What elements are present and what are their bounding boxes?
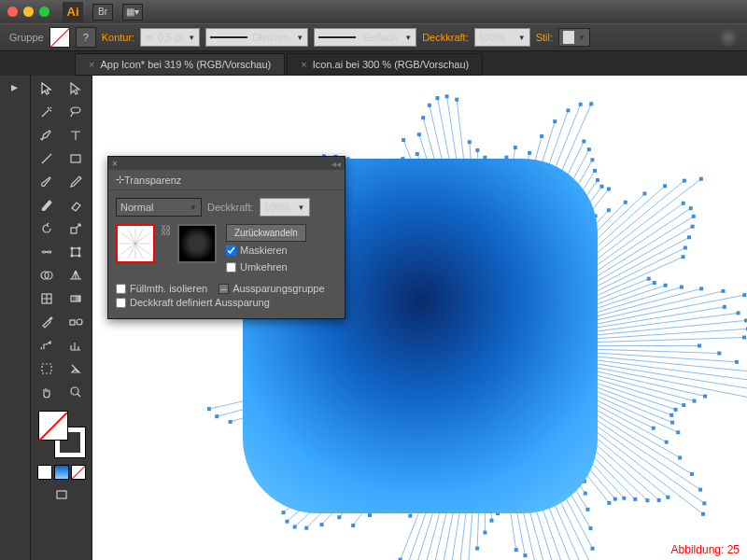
svg-rect-354 bbox=[647, 277, 651, 281]
opacity-dropdown[interactable]: 100%▼ bbox=[474, 28, 530, 47]
kontur-label: Kontur: bbox=[102, 32, 134, 43]
define-opacity-checkbox[interactable]: Deckkraft definiert Aussparung bbox=[116, 297, 337, 308]
svg-rect-322 bbox=[599, 185, 603, 189]
free-transform-tool[interactable] bbox=[62, 241, 90, 263]
svg-line-381 bbox=[135, 232, 150, 244]
pen-tool[interactable] bbox=[33, 124, 61, 147]
mask-thumbnail[interactable] bbox=[177, 224, 217, 263]
svg-rect-276 bbox=[428, 104, 431, 107]
opacity-label: Deckkraft: bbox=[422, 32, 469, 43]
svg-rect-350 bbox=[684, 245, 687, 249]
paintbrush-tool[interactable] bbox=[33, 171, 61, 193]
svg-rect-80 bbox=[588, 526, 592, 530]
hand-tool[interactable] bbox=[33, 381, 61, 403]
svg-rect-22 bbox=[735, 360, 739, 364]
shape-builder-tool[interactable] bbox=[33, 264, 61, 287]
stroke-profile-dropdown[interactable]: Einfach▼ bbox=[314, 28, 416, 47]
svg-rect-66 bbox=[633, 497, 637, 501]
stroke-weight-dropdown[interactable]: ≑0,5 pt▼ bbox=[140, 28, 200, 47]
svg-line-386 bbox=[128, 244, 135, 259]
svg-rect-70 bbox=[613, 497, 617, 501]
svg-rect-334 bbox=[663, 184, 667, 188]
width-tool[interactable] bbox=[33, 241, 61, 263]
svg-rect-20 bbox=[717, 352, 721, 356]
zoom-tool[interactable] bbox=[62, 381, 90, 403]
style-label: Stil: bbox=[536, 32, 553, 43]
slice-tool[interactable] bbox=[62, 357, 90, 380]
color-mode-gradient[interactable] bbox=[54, 465, 69, 480]
document-tab[interactable]: ×Icon.ai bei 300 % (RGB/Vorschau) bbox=[287, 53, 483, 76]
column-graph-tool[interactable] bbox=[62, 334, 90, 357]
artwork-thumbnail[interactable] bbox=[116, 224, 155, 263]
artboard-tool[interactable] bbox=[33, 357, 61, 380]
document-tab[interactable]: ×App Icon* bei 319 % (RGB/Vorschau) bbox=[75, 53, 285, 76]
blend-tool[interactable] bbox=[62, 311, 90, 333]
recolor-button[interactable] bbox=[719, 28, 738, 47]
close-window-button[interactable] bbox=[7, 7, 18, 17]
stroke-swatch[interactable]: ? bbox=[76, 27, 96, 48]
svg-rect-152 bbox=[293, 525, 297, 529]
svg-rect-296 bbox=[514, 146, 517, 149]
screen-mode-button[interactable] bbox=[48, 483, 76, 506]
svg-rect-328 bbox=[607, 208, 611, 212]
rectangle-tool[interactable] bbox=[62, 147, 90, 170]
svg-rect-302 bbox=[540, 134, 543, 138]
svg-rect-1 bbox=[71, 155, 80, 162]
stroke-cap-dropdown[interactable]: Gleichm.▼ bbox=[205, 28, 308, 47]
zoom-window-button[interactable] bbox=[39, 7, 49, 17]
scale-tool[interactable] bbox=[62, 217, 90, 240]
panel-toggle-icon[interactable]: ▸ bbox=[0, 76, 28, 98]
panel-header[interactable]: × ◂◂ bbox=[108, 157, 345, 170]
type-tool[interactable] bbox=[62, 124, 90, 147]
blob-brush-tool[interactable] bbox=[33, 194, 61, 217]
color-mode-none[interactable] bbox=[71, 465, 86, 480]
revert-mask-button[interactable]: Zurückwandeln bbox=[226, 224, 306, 242]
direct-selection-tool[interactable] bbox=[62, 77, 90, 100]
svg-rect-68 bbox=[622, 497, 626, 500]
selection-tool[interactable] bbox=[33, 77, 61, 100]
svg-rect-14 bbox=[42, 364, 51, 373]
style-dropdown[interactable]: ▼ bbox=[558, 28, 590, 47]
symbol-sprayer-tool[interactable] bbox=[33, 334, 61, 357]
svg-rect-12 bbox=[70, 320, 75, 325]
eraser-tool[interactable] bbox=[62, 194, 90, 217]
svg-rect-146 bbox=[337, 515, 341, 519]
lasso-tool[interactable] bbox=[62, 101, 90, 123]
magic-wand-tool[interactable] bbox=[33, 101, 61, 123]
svg-point-6 bbox=[71, 255, 73, 257]
panel-opacity-input[interactable]: 100%▼ bbox=[260, 198, 310, 217]
svg-rect-2 bbox=[71, 228, 77, 233]
svg-rect-184 bbox=[207, 407, 211, 411]
fill-swatch[interactable] bbox=[49, 27, 70, 48]
mask-checkbox[interactable]: Maskieren bbox=[226, 245, 306, 256]
panel-menu-icon[interactable]: ◂◂ bbox=[331, 159, 341, 169]
gradient-tool[interactable] bbox=[62, 287, 90, 310]
invert-checkbox[interactable]: Umkehren bbox=[226, 261, 306, 273]
knockout-checkbox[interactable]: –Aussparungsgruppe bbox=[218, 283, 324, 294]
close-tab-icon[interactable]: × bbox=[89, 59, 94, 70]
fill-stroke-control[interactable] bbox=[38, 411, 85, 457]
window-titlebar: Ai Br ▦▾ bbox=[0, 0, 747, 23]
isolate-checkbox[interactable]: Füllmth. isolieren bbox=[116, 283, 207, 294]
fill-box[interactable] bbox=[38, 411, 68, 441]
bridge-button[interactable]: Br bbox=[92, 4, 113, 21]
color-mode-solid[interactable] bbox=[37, 465, 52, 480]
svg-rect-46 bbox=[652, 427, 655, 430]
app-logo: Ai bbox=[63, 2, 83, 22]
svg-rect-130 bbox=[408, 514, 412, 518]
svg-rect-312 bbox=[582, 139, 585, 143]
link-mask-icon[interactable]: ⛓ bbox=[161, 224, 172, 237]
perspective-grid-tool[interactable] bbox=[62, 264, 90, 287]
close-tab-icon[interactable]: × bbox=[301, 59, 306, 70]
pencil-tool[interactable] bbox=[62, 171, 90, 193]
arrange-button[interactable]: ▦▾ bbox=[122, 4, 143, 21]
eyedropper-tool[interactable] bbox=[33, 311, 61, 333]
mesh-tool[interactable] bbox=[33, 287, 61, 310]
panel-close-icon[interactable]: × bbox=[112, 159, 118, 169]
line-tool[interactable] bbox=[33, 147, 61, 170]
transparency-panel[interactable]: × ◂◂ ⊹ Transparenz Normal▼ Deckkraft: 10… bbox=[107, 156, 345, 319]
blend-mode-dropdown[interactable]: Normal▼ bbox=[116, 198, 202, 217]
rotate-tool[interactable] bbox=[33, 217, 61, 240]
svg-rect-62 bbox=[657, 498, 661, 502]
minimize-window-button[interactable] bbox=[23, 7, 34, 17]
